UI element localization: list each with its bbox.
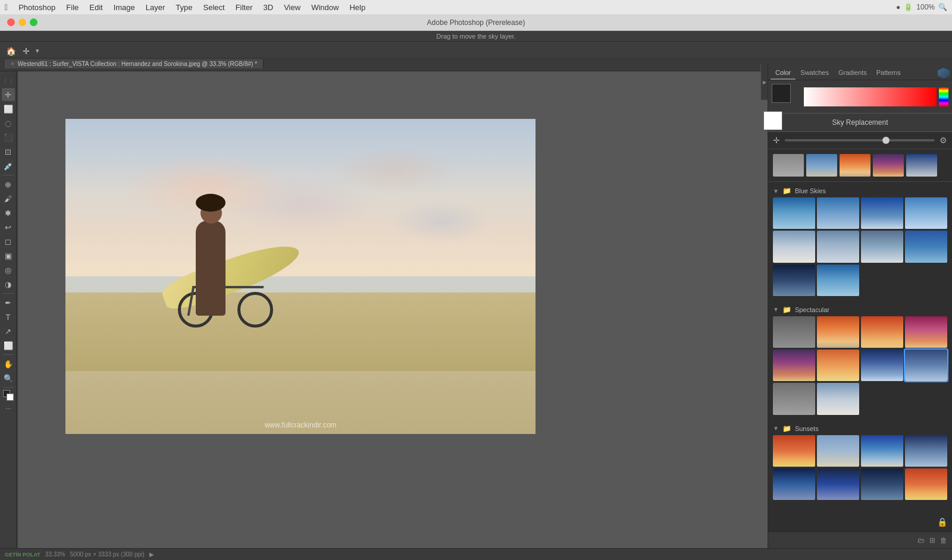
panel-collapse-button[interactable]: ▶ xyxy=(760,64,768,100)
extra-tool[interactable]: ⋯ xyxy=(2,402,15,415)
sunset-4[interactable] xyxy=(905,435,947,467)
menu-filter[interactable]: Filter xyxy=(231,2,258,13)
spectacular-3[interactable] xyxy=(861,316,903,348)
menu-photoshop[interactable]: Photoshop xyxy=(14,2,60,13)
move-tool[interactable]: ✛ xyxy=(2,88,15,101)
spectacular-1[interactable] xyxy=(773,316,815,348)
menu-help[interactable]: Help xyxy=(345,2,370,13)
sky-move-icon[interactable]: ✛ xyxy=(773,136,780,145)
history-brush-tool[interactable]: ↩ xyxy=(2,221,15,234)
blue-sky-2[interactable] xyxy=(817,197,859,229)
gradient-tool[interactable]: ▣ xyxy=(2,249,15,262)
spectacular-7[interactable] xyxy=(861,350,903,381)
sunset-1[interactable] xyxy=(773,435,815,467)
blue-sky-10[interactable] xyxy=(817,265,859,296)
spectacular-9[interactable] xyxy=(773,383,815,414)
sky-category-spectacular-header[interactable]: ▼ 📁 Spectacular xyxy=(768,303,952,316)
close-button[interactable] xyxy=(7,18,15,26)
sky-position-slider[interactable] xyxy=(785,139,935,141)
path-selection-tool[interactable]: ↗ xyxy=(2,325,15,338)
move-tool-icon[interactable]: ✛ xyxy=(20,45,32,57)
menu-view[interactable]: View xyxy=(279,2,305,13)
spectacular-6[interactable] xyxy=(817,350,859,381)
crop-tool[interactable]: ⊡ xyxy=(2,145,15,158)
sky-preset-sunset1[interactable] xyxy=(840,154,870,177)
sky-preset-blue2[interactable] xyxy=(906,154,937,177)
blue-sky-4[interactable] xyxy=(905,197,947,229)
rectangular-marquee-tool[interactable]: ⬜ xyxy=(2,102,15,115)
tool-option-arrow[interactable]: ▾ xyxy=(36,47,39,55)
sky-slider-thumb[interactable] xyxy=(882,137,890,144)
sunset-3[interactable] xyxy=(861,435,903,467)
sky-preset-sunset2[interactable] xyxy=(873,154,904,177)
sunset-8[interactable] xyxy=(905,468,947,500)
sky-category-sunsets-header[interactable]: ▼ 📁 Sunsets xyxy=(768,422,952,435)
blue-sky-8[interactable] xyxy=(905,231,947,262)
apple-logo[interactable]:  xyxy=(5,2,8,12)
menu-3d[interactable]: 3D xyxy=(259,2,278,13)
sunset-2[interactable] xyxy=(817,435,859,467)
delete-icon[interactable]: 🗑 xyxy=(940,536,947,545)
menu-select[interactable]: Select xyxy=(199,2,230,13)
menu-image[interactable]: Image xyxy=(109,2,140,13)
color-ramp[interactable] xyxy=(804,87,937,106)
menu-window[interactable]: Window xyxy=(306,2,343,13)
clone-stamp-tool[interactable]: ✱ xyxy=(2,206,15,219)
spectacular-4[interactable] xyxy=(905,316,947,348)
foreground-color[interactable] xyxy=(3,390,14,401)
blue-sky-5[interactable] xyxy=(773,231,815,262)
blue-sky-7[interactable] xyxy=(861,231,903,262)
expand-arrow[interactable]: ▶ xyxy=(149,551,154,558)
text-tool[interactable]: T xyxy=(2,310,15,323)
eyedropper-tool[interactable]: 💉 xyxy=(2,159,15,172)
brush-tool[interactable]: 🖌 xyxy=(2,192,15,205)
sunset-5[interactable] xyxy=(773,468,815,500)
hand-tool[interactable]: ✋ xyxy=(2,357,15,370)
spectacular-8-selected[interactable] xyxy=(905,350,947,381)
minimize-button[interactable] xyxy=(18,18,26,26)
color-spectrum[interactable] xyxy=(939,87,948,106)
blue-sky-3[interactable] xyxy=(861,197,903,229)
tab-color[interactable]: Color xyxy=(771,67,796,80)
home-icon[interactable]: 🏠 xyxy=(5,45,17,57)
lasso-tool[interactable]: ◌ xyxy=(2,117,15,130)
spectacular-5[interactable] xyxy=(773,350,815,381)
sky-settings-icon[interactable]: ⚙ xyxy=(940,136,947,145)
tab-swatches[interactable]: Swatches xyxy=(796,67,834,80)
menu-type[interactable]: Type xyxy=(171,2,197,13)
healing-brush-tool[interactable]: ⊕ xyxy=(2,178,15,191)
blue-sky-6[interactable] xyxy=(817,231,859,262)
tab-patterns[interactable]: Patterns xyxy=(872,67,906,80)
pen-tool[interactable]: ✒ xyxy=(2,296,15,309)
menu-edit[interactable]: Edit xyxy=(84,2,107,13)
spectacular-10[interactable] xyxy=(817,383,859,414)
foreground-color-swatch[interactable] xyxy=(772,84,791,103)
shape-tool[interactable]: ⬜ xyxy=(2,339,15,352)
object-selection-tool[interactable]: ⬛ xyxy=(2,131,15,144)
sunset-7[interactable] xyxy=(861,468,903,500)
sky-replacement-panel[interactable]: Sky Replacement ✛ ⚙ ▼ 📁 Blue Skies xyxy=(768,113,952,548)
new-item-icon[interactable]: ⊞ xyxy=(929,536,935,545)
menu-file[interactable]: File xyxy=(61,2,83,13)
search-menubar-icon[interactable]: 🔍 xyxy=(938,3,947,11)
blur-tool[interactable]: ◎ xyxy=(2,263,15,276)
spectacular-2[interactable] xyxy=(817,316,859,348)
traffic-lights[interactable] xyxy=(7,18,37,26)
sunset-6[interactable] xyxy=(817,468,859,500)
tab-close-button[interactable]: × xyxy=(11,61,14,67)
background-color-swatch[interactable] xyxy=(763,111,782,130)
zoom-tool[interactable]: 🔍 xyxy=(2,372,15,385)
eraser-tool[interactable]: ◻ xyxy=(2,235,15,248)
dodge-tool[interactable]: ◑ xyxy=(2,278,15,291)
sky-preset-blue1[interactable] xyxy=(806,154,837,177)
maximize-button[interactable] xyxy=(30,18,37,26)
tab-gradients[interactable]: Gradients xyxy=(834,67,872,80)
menu-layer[interactable]: Layer xyxy=(141,2,170,13)
blue-sky-1[interactable] xyxy=(773,197,815,229)
blue-sky-9[interactable] xyxy=(773,265,815,296)
sky-preset-gray[interactable] xyxy=(773,154,804,177)
collapse-panels-button[interactable]: ⋮⋮ xyxy=(2,74,15,87)
document-tab[interactable]: × Westend61 : Surfer_VISTA Collection : … xyxy=(5,59,264,68)
new-folder-icon[interactable]: 🗁 xyxy=(917,536,925,545)
sky-category-blue-skies-header[interactable]: ▼ 📁 Blue Skies xyxy=(768,184,952,197)
